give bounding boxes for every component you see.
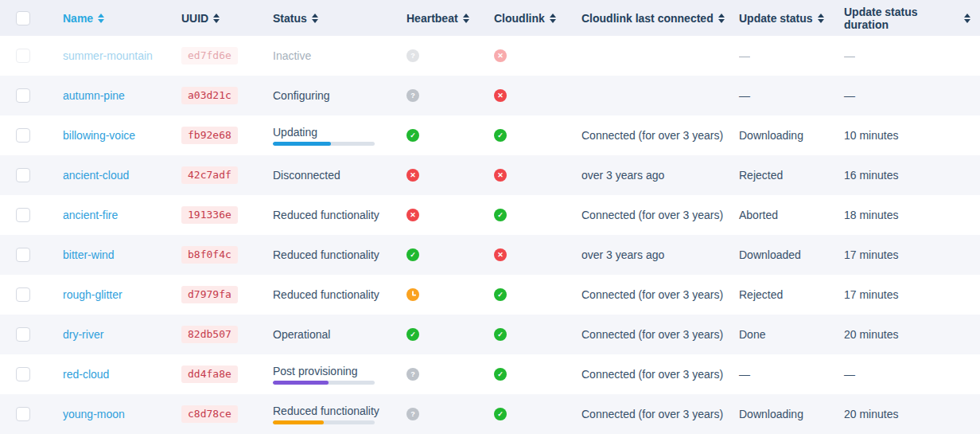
uuid-badge: d7979fa: [181, 286, 238, 303]
last-connected-text: Connected (for over 3 years): [581, 328, 723, 341]
update-duration-text: —: [844, 89, 855, 102]
device-name-link[interactable]: autumn-pine: [63, 89, 125, 102]
device-name-link[interactable]: ancient-fire: [63, 209, 118, 221]
update-status-text: Downloading: [739, 129, 803, 142]
column-header-update[interactable]: Update status: [739, 12, 844, 25]
uuid-badge: a03d21c: [181, 87, 238, 104]
status-progress-bar: [273, 381, 375, 385]
uuid-badge: dd4fa8e: [181, 366, 238, 383]
table-row-billowing-voice: billowing-voice fb92e68 Updating ✓ ✓ Con…: [0, 115, 980, 155]
uuid-badge: b8f0f4c: [181, 246, 238, 264]
sort-icon: [550, 14, 556, 23]
check-circle-icon: ✓: [494, 129, 507, 142]
check-circle-icon: ✓: [494, 328, 507, 341]
select-all-checkbox[interactable]: [16, 11, 30, 25]
cloudlink-cell: ✓: [494, 129, 581, 142]
update-duration-text: —: [844, 49, 855, 62]
x-circle-icon: ✕: [406, 169, 419, 182]
column-label: Name: [63, 12, 93, 25]
check-circle-icon: ✓: [406, 328, 419, 341]
row-checkbox[interactable]: [16, 49, 30, 63]
device-name-link[interactable]: bitter-wind: [63, 248, 115, 261]
check-circle-icon: ✓: [494, 288, 507, 301]
row-checkbox[interactable]: [16, 88, 30, 103]
check-circle-icon: ✓: [494, 209, 507, 221]
device-name-link[interactable]: young-moon: [63, 408, 125, 420]
cloudlink-cell: ✕: [494, 169, 581, 182]
uuid-badge: 42c7adf: [181, 166, 238, 184]
column-header-heartbeat[interactable]: Heartbeat: [406, 12, 494, 25]
column-label: Update status: [739, 12, 813, 25]
table-row-rough-glitter: rough-glitter d7979fa Reduced functional…: [0, 275, 980, 315]
heartbeat-cell: ✓: [406, 129, 494, 142]
column-header-connected[interactable]: Cloudlink last connected: [581, 12, 739, 25]
check-circle-icon: ✓: [494, 368, 507, 381]
row-checkbox[interactable]: [16, 208, 30, 222]
column-header-status[interactable]: Status: [273, 12, 406, 25]
question-circle-icon: ?: [406, 89, 419, 102]
heartbeat-cell: ?: [406, 368, 494, 381]
table-row-ancient-cloud: ancient-cloud 42c7adf Disconnected ✕ ✕ o…: [0, 155, 980, 195]
update-duration-text: 20 minutes: [844, 408, 898, 420]
status-progress-bar: [273, 142, 375, 146]
heartbeat-cell: ✕: [406, 169, 494, 182]
status-text: Inactive: [273, 49, 311, 62]
status-text: Reduced functionality: [273, 288, 379, 301]
row-checkbox[interactable]: [16, 128, 30, 143]
update-duration-text: 20 minutes: [844, 328, 898, 341]
x-circle-icon: ✕: [406, 209, 419, 221]
update-status-text: Aborted: [739, 209, 778, 221]
check-circle-icon: ✓: [406, 129, 419, 142]
cloudlink-cell: ✓: [494, 368, 581, 381]
status-progress-bar: [273, 420, 375, 424]
row-checkbox[interactable]: [16, 248, 30, 262]
update-status-text: Downloading: [739, 408, 803, 420]
column-label: Update status duration: [844, 6, 959, 31]
column-header-duration[interactable]: Update status duration: [844, 6, 980, 31]
last-connected-text: Connected (for over 3 years): [581, 368, 723, 381]
column-header-uuid[interactable]: UUID: [181, 12, 273, 25]
update-duration-text: 10 minutes: [844, 129, 898, 142]
devices-table: Name UUID Status Heartbeat Cloudlink Clo…: [0, 0, 980, 434]
cloudlink-cell: ✓: [494, 209, 581, 221]
heartbeat-cell: ?: [406, 408, 494, 420]
sort-icon: [312, 14, 318, 23]
uuid-badge: ed7fd6e: [181, 47, 238, 65]
row-checkbox[interactable]: [16, 407, 30, 421]
last-connected-text: over 3 years ago: [581, 248, 664, 261]
sort-icon: [718, 14, 725, 23]
x-circle-icon: ✕: [494, 49, 507, 62]
table-header: Name UUID Status Heartbeat Cloudlink Clo…: [0, 0, 980, 36]
sort-icon: [964, 14, 970, 23]
column-header-name[interactable]: Name: [63, 12, 181, 25]
last-connected-text: Connected (for over 3 years): [581, 129, 723, 142]
row-checkbox[interactable]: [16, 287, 30, 302]
update-status-text: —: [739, 49, 750, 62]
question-circle-icon: ?: [406, 49, 419, 62]
device-name-link[interactable]: billowing-voice: [63, 129, 135, 142]
device-name-link[interactable]: rough-glitter: [63, 288, 122, 301]
check-circle-icon: ✓: [494, 408, 507, 420]
table-row-bitter-wind: bitter-wind b8f0f4c Reduced functionalit…: [0, 235, 980, 275]
update-duration-text: —: [844, 368, 855, 381]
last-connected-text: over 3 years ago: [581, 169, 664, 182]
table-row-summer-mountain: summer-mountain ed7fd6e Inactive ? ✕ — —: [0, 36, 980, 76]
question-circle-icon: ?: [406, 368, 419, 381]
column-header-cloudlink[interactable]: Cloudlink: [494, 12, 581, 25]
device-name-link[interactable]: dry-river: [63, 328, 103, 341]
device-name-link[interactable]: red-cloud: [63, 368, 109, 381]
heartbeat-cell: ✓: [406, 248, 494, 261]
row-checkbox[interactable]: [16, 168, 30, 182]
row-checkbox[interactable]: [16, 367, 30, 381]
device-name-link[interactable]: ancient-cloud: [63, 169, 129, 182]
cloudlink-cell: ✓: [494, 408, 581, 420]
sort-icon: [98, 14, 104, 23]
x-circle-icon: ✕: [494, 169, 507, 182]
row-checkbox[interactable]: [16, 327, 30, 342]
status-text: Reduced functionality: [273, 209, 379, 221]
device-name-link[interactable]: summer-mountain: [63, 49, 153, 62]
status-text: Updating: [273, 126, 375, 139]
uuid-badge: 82db507: [181, 326, 238, 343]
uuid-badge: fb92e68: [181, 127, 238, 144]
cloudlink-cell: ✕: [494, 49, 581, 62]
